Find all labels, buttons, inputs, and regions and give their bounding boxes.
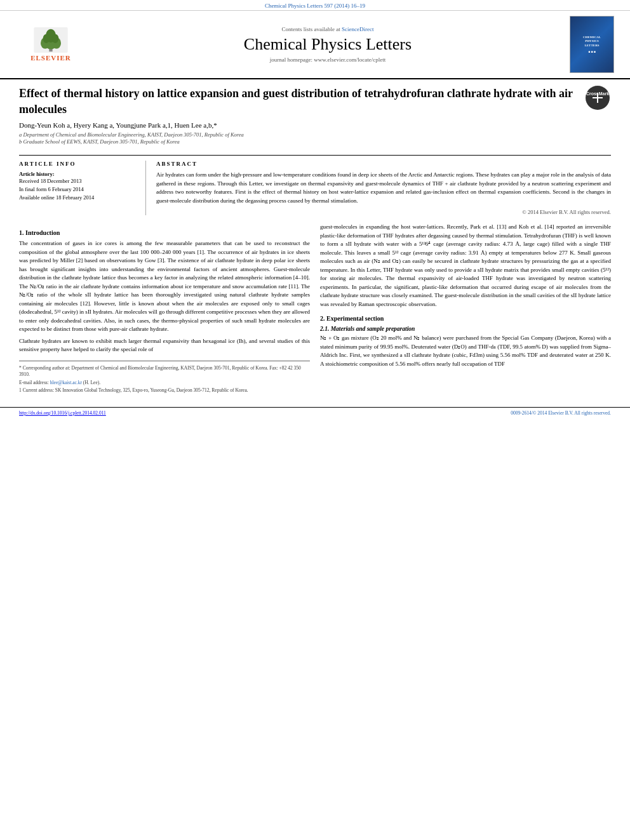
- bottom-links: http://dx.doi.org/10.1016/j.cplett.2014.…: [0, 407, 630, 416]
- crossmark-badge: CrossMark: [586, 86, 611, 111]
- article-title-text: Effect of thermal history on lattice exp…: [19, 86, 579, 150]
- footnote-1: 1 Current address: SK Innovation Global …: [19, 387, 310, 394]
- journal-cover-image: CHEMICALPHYSICSLETTERS ■ ■ ■: [570, 16, 614, 73]
- intro-paragraph2: Clathrate hydrates are known to exhibit …: [19, 337, 310, 354]
- elsevier-label: ELSEVIER: [30, 54, 71, 62]
- sciencedirect-link: Contents lists available at ScienceDirec…: [95, 26, 560, 32]
- abstract-heading: ABSTRACT: [156, 161, 611, 167]
- article-title: Effect of thermal history on lattice exp…: [19, 86, 579, 117]
- journal-title-area: Contents lists available at ScienceDirec…: [95, 26, 560, 63]
- article-body: Effect of thermal history on lattice exp…: [0, 79, 630, 402]
- received-date: Received 18 December 2013: [19, 177, 138, 185]
- elsevier-logo: ELSEVIER: [19, 25, 83, 63]
- history-label: Article history:: [19, 171, 138, 177]
- page: Chemical Physics Letters 597 (2014) 16–1…: [0, 0, 630, 840]
- journal-banner: Chemical Physics Letters 597 (2014) 16–1…: [0, 0, 630, 11]
- elsevier-tree-icon: [32, 27, 70, 53]
- section2-heading: 2. Experimental section: [320, 315, 611, 322]
- subsection-21-heading: 2.1. Materials and sample preparation: [320, 326, 611, 332]
- intro-heading: 1. Introduction: [19, 229, 310, 236]
- main-left-column: 1. Introduction The concentration of gas…: [19, 223, 310, 396]
- sciencedirect-anchor[interactable]: ScienceDirect: [342, 26, 373, 32]
- journal-homepage: journal homepage: www.elsevier.com/locat…: [95, 57, 560, 63]
- abstract-text: Air hydrates can form under the high-pre…: [156, 171, 611, 205]
- right-paragraph1: guest-molecules in expanding the host wa…: [320, 223, 611, 309]
- copyright: © 2014 Elsevier B.V. All rights reserved…: [156, 209, 611, 215]
- info-abstract-layout: ARTICLE INFO Article history: Received 1…: [19, 155, 611, 215]
- journal-cover: CHEMICALPHYSICSLETTERS ■ ■ ■: [566, 16, 617, 73]
- article-info-col: ARTICLE INFO Article history: Received 1…: [19, 161, 146, 215]
- final-form-date: In final form 6 February 2014: [19, 185, 138, 194]
- svg-point-7: [52, 34, 59, 43]
- journal-title: Chemical Physics Letters: [95, 35, 560, 54]
- email-link[interactable]: hlee@kaist.ac.kr: [50, 380, 82, 385]
- journal-citation: Chemical Physics Letters 597 (2014) 16–1…: [265, 3, 365, 9]
- authors: Dong-Yeun Koh a, Hyery Kang a, Youngjune…: [19, 121, 579, 129]
- abstract-col: ABSTRACT Air hydrates can form under the…: [156, 161, 611, 215]
- crossmark-icon: CrossMark: [586, 86, 610, 110]
- affiliations: a Department of Chemical and Biomolecula…: [19, 131, 579, 145]
- affiliation-a: a Department of Chemical and Biomolecula…: [19, 131, 579, 138]
- main-right-column: guest-molecules in expanding the host wa…: [320, 223, 611, 396]
- journal-header: ELSEVIER Contents lists available at Sci…: [0, 11, 630, 79]
- doi-link[interactable]: http://dx.doi.org/10.1016/j.cplett.2014.…: [19, 410, 106, 416]
- article-title-section: Effect of thermal history on lattice exp…: [19, 86, 611, 150]
- issn-text: 0009-2614/© 2014 Elsevier B.V. All right…: [511, 410, 611, 416]
- publisher-logo-area: ELSEVIER: [13, 25, 89, 63]
- affiliation-b: b Graduate School of EEWS, KAIST, Daejeo…: [19, 138, 579, 145]
- available-date: Available online 18 February 2014: [19, 194, 138, 202]
- intro-paragraph1: The concentration of gases in ice cores …: [19, 239, 310, 334]
- main-content: 1. Introduction The concentration of gas…: [19, 223, 611, 396]
- footnote-email: E-mail address: hlee@kaist.ac.kr (H. Lee…: [19, 380, 310, 387]
- footnotes: * Corresponding author at: Department of…: [19, 361, 310, 394]
- article-info-heading: ARTICLE INFO: [19, 161, 138, 167]
- footnote-star: * Corresponding author at: Department of…: [19, 365, 310, 378]
- svg-point-6: [43, 34, 50, 43]
- right-paragraph2: N₂ + O₂ gas mixture (O₂ 20 mol% and N₂ b…: [320, 334, 611, 368]
